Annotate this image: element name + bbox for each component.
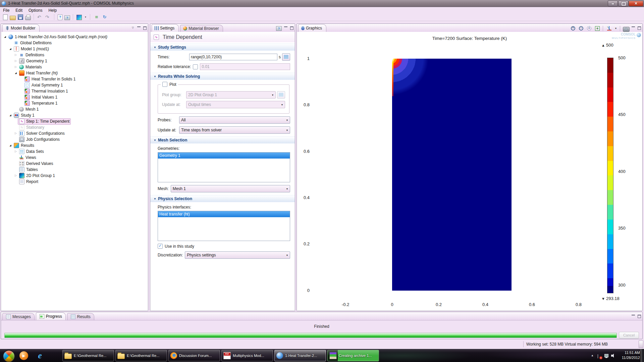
relative-tolerance-checkbox[interactable] <box>193 64 198 69</box>
physics-interfaces-listbox[interactable]: Heat transfer (ht) <box>158 211 290 241</box>
open-file-icon[interactable] <box>10 16 16 20</box>
tree-item[interactable]: ▷Definitions <box>1 52 148 58</box>
expand-arrow-icon[interactable]: ▷ <box>14 130 18 136</box>
panel-minimize-icon[interactable] <box>631 26 636 30</box>
window-maximize-button[interactable] <box>618 1 628 6</box>
tree-item[interactable]: Derived Values <box>1 161 148 167</box>
tree-item[interactable]: Global Definitions <box>1 40 148 46</box>
tree-item[interactable]: Temperature 1 <box>1 100 148 106</box>
tree-item[interactable]: Stationary <box>1 124 148 130</box>
menu-file[interactable]: File <box>0 7 12 13</box>
tab-material-browser[interactable]: Material Browser <box>180 25 223 32</box>
panel-maximize-icon[interactable] <box>637 314 642 318</box>
go-to-view-icon[interactable] <box>606 25 612 32</box>
network-icon[interactable] <box>604 353 609 358</box>
section-physics-selection[interactable]: ▼ Physics Selection <box>150 195 295 202</box>
list-item-selected[interactable]: Heat transfer (ht) <box>158 211 290 217</box>
show-desktop-button[interactable] <box>641 349 644 362</box>
tree-item[interactable]: ◢Model 1 (mod1) <box>1 46 148 52</box>
taskbar-button[interactable]: Multiphysics Mod... <box>221 350 273 361</box>
refresh-icon[interactable] <box>102 14 108 20</box>
zoom-extents-icon[interactable] <box>594 25 601 32</box>
expand-arrow-icon[interactable]: ▷ <box>14 64 18 70</box>
dropdown-icon[interactable] <box>84 14 87 20</box>
taskbar-button[interactable]: E:\Geothermal Re... <box>115 350 167 361</box>
menu-options[interactable]: Options <box>25 7 45 13</box>
print-icon[interactable] <box>25 16 31 20</box>
taskbar-button[interactable]: Creating archive 1... <box>327 350 379 361</box>
media-player-icon[interactable] <box>19 351 28 360</box>
tree-item[interactable]: Tables <box>1 167 148 173</box>
tab-settings[interactable]: Settings <box>152 24 179 32</box>
volume-icon[interactable] <box>611 353 616 358</box>
panel-maximize-icon[interactable] <box>143 26 147 30</box>
context-help-icon[interactable] <box>276 26 282 31</box>
start-button[interactable] <box>3 350 15 362</box>
collapse-arrow-icon[interactable]: ◢ <box>8 142 12 148</box>
menu-help[interactable]: Help <box>45 7 60 13</box>
section-mesh-selection[interactable]: ▼ Mesh Selection <box>150 136 295 143</box>
expand-arrow-icon[interactable]: ▷ <box>14 173 18 179</box>
help-icon[interactable] <box>58 14 62 20</box>
tree-item[interactable]: ▷Data Sets <box>1 148 148 155</box>
tree-item[interactable]: ▷2D Plot Group 1 <box>1 173 148 179</box>
window-minimize-button[interactable] <box>608 1 618 6</box>
tree-item[interactable]: Mesh 1 <box>1 106 148 112</box>
collapse-arrow-icon[interactable]: ◢ <box>8 112 12 118</box>
probes-select[interactable]: All ▼ <box>179 116 290 124</box>
tree-item[interactable]: ▷Materials <box>1 64 148 70</box>
tree-item[interactable]: ◢1-Heat Transfer-2d Axs-Solid Soil-Quart… <box>1 34 148 40</box>
redo-icon[interactable] <box>45 14 51 20</box>
taskbar-button[interactable]: E:\Geothermal Re... <box>62 350 114 361</box>
list-item-selected[interactable]: Geometry 1 <box>158 153 290 159</box>
taskbar-clock[interactable]: 11:51 AM 11/28/2012 <box>622 350 640 360</box>
collapse-arrow-icon[interactable]: ◢ <box>3 34 7 40</box>
tree-item[interactable]: ◢Heat Transfer (ht) <box>1 70 148 76</box>
range-button[interactable] <box>282 53 290 61</box>
panel-minimize-icon[interactable] <box>137 26 141 30</box>
tree-item[interactable]: ◢Results <box>1 142 148 148</box>
tree-item[interactable]: Report <box>1 179 148 185</box>
new-file-icon[interactable] <box>3 14 8 20</box>
menu-edit[interactable]: Edit <box>12 7 25 13</box>
geometries-listbox[interactable]: Geometry 1 <box>158 152 290 182</box>
panel-minimize-icon[interactable] <box>631 314 636 318</box>
window-close-button[interactable] <box>629 1 643 6</box>
dropdown-icon[interactable] <box>614 25 618 32</box>
section-study-settings[interactable]: ▼ Study Settings <box>150 44 295 51</box>
tree-item[interactable]: Job Configurations <box>1 136 148 142</box>
tree-item[interactable]: Heat Transfer in Solids 1 <box>1 76 148 82</box>
times-input[interactable]: range(0,10,7200) <box>189 54 277 60</box>
graphics-canvas[interactable]: Time=7200 Surface: Temperature (K) COMSO… <box>297 32 642 311</box>
collapse-arrow-icon[interactable]: ◢ <box>8 46 12 52</box>
action-center-icon[interactable] <box>597 352 602 359</box>
update-at-select[interactable]: Time steps from solver ▼ <box>179 126 290 134</box>
tab-progress[interactable]: Progress <box>36 312 66 320</box>
cancel-button[interactable]: Cancel <box>619 332 639 339</box>
internet-explorer-icon[interactable]: e <box>36 351 44 360</box>
tree-item[interactable]: ▷Geometry 1 <box>1 58 148 64</box>
tab-results[interactable]: Results <box>67 313 94 320</box>
expand-arrow-icon[interactable]: ▷ <box>14 148 18 155</box>
zoom-box-icon[interactable] <box>586 25 593 32</box>
zoom-in-icon[interactable] <box>570 25 577 32</box>
zoom-out-icon[interactable] <box>578 25 585 32</box>
tab-messages[interactable]: Messages <box>2 313 35 320</box>
expand-arrow-icon[interactable]: ▷ <box>14 52 18 58</box>
tab-model-builder[interactable]: Model Builder <box>2 24 40 32</box>
tree-item[interactable]: Views <box>1 155 148 161</box>
taskbar-button[interactable]: Discussion Forum... <box>168 350 220 361</box>
tab-graphics[interactable]: Graphics <box>298 24 326 32</box>
use-in-study-checkbox[interactable] <box>158 244 163 249</box>
resize-grip[interactable] <box>639 341 643 348</box>
undo-icon[interactable] <box>37 14 43 20</box>
mesh-select[interactable]: Mesh 1 ▼ <box>171 185 290 192</box>
tree-item[interactable]: ◢Study 1 <box>1 112 148 118</box>
temperature-surface-plot[interactable] <box>392 59 512 291</box>
panel-menu-icon[interactable] <box>130 26 135 30</box>
equals-icon[interactable] <box>94 14 100 20</box>
taskbar-button[interactable]: 1-Heat Transfer-2... <box>274 350 326 361</box>
collapse-arrow-icon[interactable]: ◢ <box>14 70 18 76</box>
section-results-while-solving[interactable]: ▼ Results While Solving <box>150 73 295 80</box>
panel-maximize-icon[interactable] <box>637 26 642 30</box>
